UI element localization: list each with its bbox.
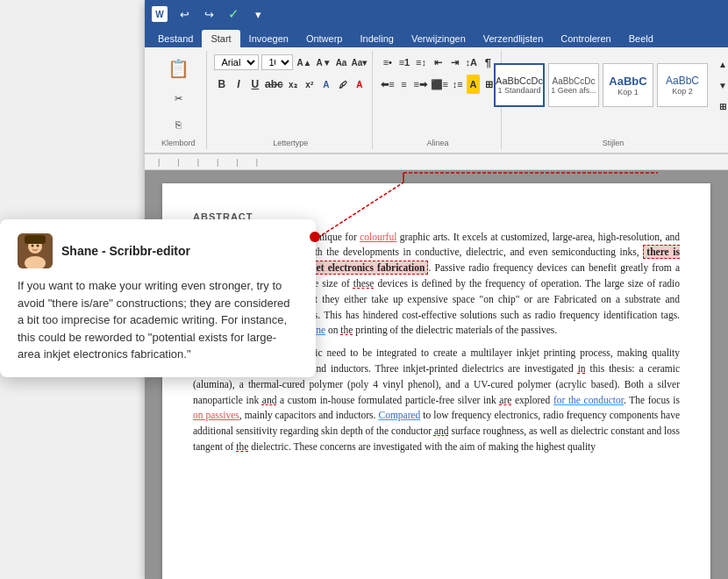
increase-indent-button[interactable]: ⇥ (447, 53, 462, 72)
ribbon-content: 📋 ✂ ⎘ Klembord Arial 10 (145, 47, 728, 154)
font-color-button[interactable]: A (352, 75, 367, 94)
style-standaard-label: 1 Standaard (497, 86, 540, 95)
shading-button[interactable]: A (467, 75, 481, 94)
tab-verzendlijsten[interactable]: Verzendlijsten (475, 30, 553, 47)
align-left-button[interactable]: ⬅≡ (380, 75, 395, 94)
style-kop2[interactable]: AaBbC Kop 2 (657, 63, 708, 107)
justify-button[interactable]: ⬛≡ (430, 75, 449, 94)
more-button[interactable]: ▾ (248, 4, 268, 24)
font-family-select[interactable]: Arial (214, 54, 259, 70)
undo-button[interactable]: ↩ (175, 4, 194, 24)
tab-beeld[interactable]: Beeld (620, 30, 662, 47)
comment-body-text: If you want to make your writing even st… (18, 277, 298, 363)
save-button[interactable]: ✓ (224, 4, 243, 24)
clear-format-button[interactable]: Aa (335, 53, 348, 72)
comment-avatar (18, 233, 53, 268)
word-icon: W (152, 6, 168, 22)
align-right-button[interactable]: ≡➡ (412, 75, 427, 94)
numbering-button[interactable]: ≡1 (396, 53, 411, 72)
text-effects-button[interactable]: A (318, 75, 333, 94)
style-kop2-preview: AaBbC (666, 75, 699, 87)
decrease-indent-button[interactable]: ⇤ (431, 53, 446, 72)
tab-invoegen[interactable]: Invoegen (240, 30, 297, 47)
svg-rect-5 (25, 235, 46, 244)
ruler: |||||| (145, 154, 728, 170)
font-size-select[interactable]: 10 (261, 54, 293, 70)
highlighted-and: and (262, 395, 277, 405)
superscript-button[interactable]: x² (302, 75, 317, 94)
tab-verwijzingen[interactable]: Verwijzingen (403, 30, 475, 47)
highlighted-colourful: colourful (360, 232, 396, 242)
highlighted-for-conductor: for the conductor (553, 395, 624, 405)
comment-bubble: Shane - Scribbr-editor If you want to ma… (0, 219, 316, 377)
style-standaard[interactable]: AaBbCcDc 1 Standaard (494, 63, 545, 107)
highlighted-these: these (353, 278, 375, 289)
styles-more[interactable]: ⊞ (713, 96, 728, 116)
ribbon-tabs: Bestand Start Invoegen Ontwerp Indeling … (145, 28, 728, 47)
styles-scroll-up[interactable]: ▲ (713, 54, 728, 74)
title-bar: W ↩ ↪ ✓ ▾ (145, 0, 728, 28)
highlight-button[interactable]: 🖊 (335, 75, 350, 94)
subscript-button[interactable]: x₂ (285, 75, 300, 94)
style-geen[interactable]: AaBbCcDc 1 Geen afs... (548, 63, 599, 107)
bullets-button[interactable]: ≡• (380, 53, 395, 72)
tab-controleren[interactable]: Controleren (552, 30, 619, 47)
title-bar-controls: ↩ ↪ ✓ ▾ (175, 4, 268, 24)
red-dot-connector (310, 232, 320, 242)
style-kop1-label: Kop 1 (617, 88, 639, 96)
highlighted-are: are (499, 395, 511, 405)
alinea-label: Alinea (427, 137, 449, 147)
underline-button[interactable]: U (247, 75, 262, 94)
styles-area: AaBbCcDc 1 Standaard AaBbCcDc 1 Geen afs… (490, 53, 728, 118)
klembord-icons: 📋 ✂ ⎘ (155, 53, 201, 137)
highlighted-on: the (340, 325, 353, 335)
sort-button[interactable]: ↕A (464, 53, 479, 72)
bold-button[interactable]: B (214, 75, 229, 94)
multilevel-button[interactable]: ≡↕ (413, 53, 428, 72)
stijlen-label: Stijlen (603, 137, 625, 147)
italic-button[interactable]: I (231, 75, 246, 94)
tab-bestand[interactable]: Bestand (149, 30, 202, 47)
style-kop1-preview: AaBbC (609, 75, 646, 88)
tab-start[interactable]: Start (202, 30, 239, 47)
styles-scroll-down[interactable]: ▼ (713, 75, 728, 95)
comment-author-name: Shane - Scribbr-editor (61, 244, 190, 258)
lettertype-label: Lettertype (273, 137, 308, 147)
style-standaard-preview: AaBbCcDc (496, 75, 543, 86)
decrease-font-button[interactable]: A▼ (316, 53, 332, 72)
ribbon-group-klembord: 📋 ✂ ⎘ Klembord (150, 51, 207, 149)
highlighted-compared: Compared (378, 410, 420, 420)
ribbon-group-alinea: ≡• ≡1 ≡↕ ⇤ ⇥ ↕A ¶ ⬅≡ ≡ ≡➡ ⬛≡ ↕≡ A (375, 51, 502, 149)
style-geen-preview: AaBbCcDc (553, 76, 596, 86)
redo-button[interactable]: ↪ (199, 4, 218, 24)
align-center-button[interactable]: ≡ (397, 75, 411, 94)
svg-point-3 (32, 245, 34, 247)
tab-ontwerp[interactable]: Ontwerp (297, 30, 352, 47)
ribbon-group-lettertype: Arial 10 A▲ A▼ Aa Aa▾ B I U a (209, 51, 373, 149)
highlighted-in: in (578, 363, 586, 374)
ribbon-group-stijlen: AaBbCcDc 1 Standaard AaBbCcDc 1 Geen afs… (503, 51, 723, 149)
highlighted-the: the (236, 441, 248, 452)
svg-point-4 (37, 245, 39, 247)
paste-button[interactable]: 📋 (162, 53, 194, 84)
increase-font-button[interactable]: A▲ (296, 53, 312, 72)
style-kop1[interactable]: AaBbC Kop 1 (603, 63, 653, 107)
style-geen-label: 1 Geen afs... (551, 86, 596, 95)
cut-button[interactable]: ✂ (166, 86, 190, 111)
comment-header: Shane - Scribbr-editor (18, 233, 298, 268)
tab-indeling[interactable]: Indeling (351, 30, 403, 47)
highlighted-on-passives: on passives (193, 410, 239, 420)
change-case-button[interactable]: Aa▾ (350, 53, 368, 72)
highlighted-and2: and (434, 425, 449, 436)
line-spacing-button[interactable]: ↕≡ (451, 75, 465, 94)
klembord-label: Klembord (161, 137, 196, 147)
style-kop2-label: Kop 2 (672, 87, 693, 96)
ribbon: Bestand Start Invoegen Ontwerp Indeling … (145, 28, 728, 154)
copy-button[interactable]: ⎘ (166, 112, 190, 137)
strikethrough-button[interactable]: abc (264, 75, 283, 94)
